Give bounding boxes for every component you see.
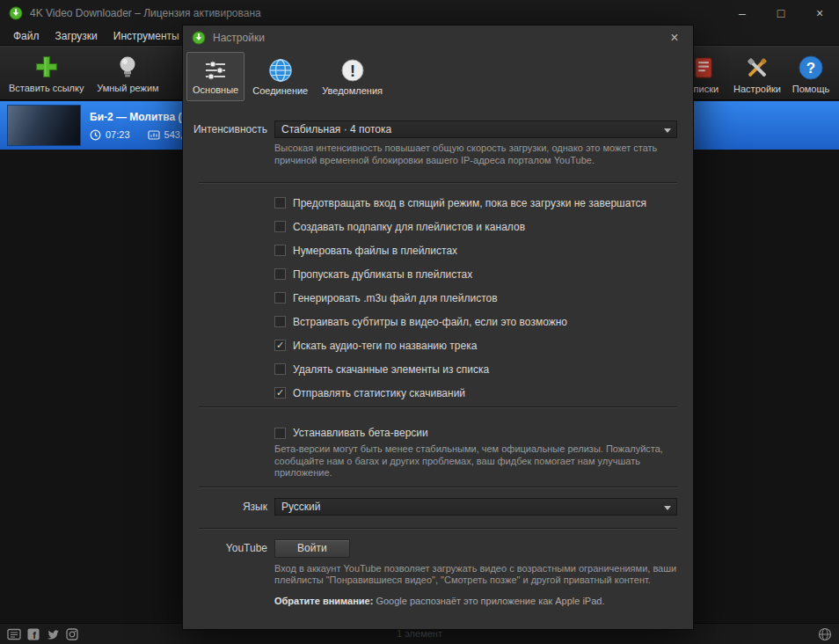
checkbox-beta[interactable]: Устанавливать бета-версии xyxy=(183,424,693,442)
checkbox-box[interactable] xyxy=(274,428,286,439)
twitter-icon[interactable] xyxy=(46,628,60,640)
intensity-label: Интенсивность xyxy=(183,123,267,135)
menu-file[interactable]: Файл xyxy=(5,28,47,44)
tab-general-label: Основные xyxy=(193,84,238,95)
chevron-down-icon xyxy=(664,506,671,510)
checkbox-label: Предотвращать вход в спящий режим, пока … xyxy=(293,197,646,209)
paste-link-icon xyxy=(33,54,60,80)
separator xyxy=(199,406,677,408)
smart-mode-label: Умный режим xyxy=(97,83,158,93)
lightbulb-icon xyxy=(115,54,140,80)
tab-general[interactable]: Основные xyxy=(186,52,244,101)
svg-text:!: ! xyxy=(350,62,355,79)
checkbox-label: Генерировать .m3u файл для плейлистов xyxy=(293,292,498,304)
size-icon xyxy=(148,129,160,141)
youtube-note: Обратите внимание: Google распознаёт это… xyxy=(274,596,677,606)
checkbox-label: Искать аудио-теги по названию трека xyxy=(293,340,477,352)
notification-icon: ! xyxy=(340,58,365,83)
separator xyxy=(199,487,677,488)
tab-connection-label: Соединение xyxy=(252,85,308,96)
checkbox-box[interactable] xyxy=(274,245,286,256)
language-label: Язык xyxy=(183,501,267,513)
checkbox-label: Создавать подпапку для плейлистов и кана… xyxy=(293,221,525,233)
maximize-button[interactable]: □ xyxy=(762,0,800,26)
checkbox-audio-tags[interactable]: ✓ Искать аудио-теги по названию трека xyxy=(183,333,693,357)
close-button[interactable]: × xyxy=(800,0,839,26)
checkbox-prevent-sleep[interactable]: Предотвращать вход в спящий режим, пока … xyxy=(183,191,693,215)
intensity-description: Высокая интенсивность повышает общую ско… xyxy=(274,143,677,166)
checkbox-box[interactable]: ✓ xyxy=(274,387,286,399)
checkbox-create-subfolder[interactable]: Создавать подпапку для плейлистов и кана… xyxy=(183,215,693,238)
paste-link-button[interactable]: Вставить ссылку xyxy=(4,49,89,97)
settings-content: Интенсивность Стабильная · 4 потока Высо… xyxy=(183,101,693,629)
svg-text:f: f xyxy=(33,630,36,640)
dialog-titlebar: Настройки × xyxy=(183,26,693,50)
globe-status-icon[interactable] xyxy=(818,627,832,644)
checkbox-label: Нумеровать файлы в плейлистах xyxy=(293,245,457,257)
checkbox-remove-downloaded[interactable]: Удалять скачанные элементы из списка xyxy=(183,357,693,381)
app-icon xyxy=(9,6,23,20)
paste-link-label: Вставить ссылку xyxy=(9,83,84,93)
help-button[interactable]: ? Помощь xyxy=(786,49,835,99)
intensity-row: Интенсивность Стабильная · 4 потока xyxy=(183,121,693,138)
youtube-login-button[interactable]: Войти xyxy=(274,539,350,558)
separator xyxy=(199,182,677,184)
checkbox-embed-subtitles[interactable]: Встраивать субтитры в видео-файл, если э… xyxy=(183,310,693,333)
checkbox-box[interactable] xyxy=(274,292,286,304)
social-links: f xyxy=(7,628,78,640)
tab-connection[interactable]: Соединение xyxy=(246,52,314,101)
checkbox-box[interactable] xyxy=(274,363,286,375)
tab-notifications-label: Уведомления xyxy=(322,85,383,96)
checkbox-label: Удалять скачанные элементы из списка xyxy=(293,363,489,376)
checkbox-number-files[interactable]: Нумеровать файлы в плейлистах xyxy=(183,238,693,262)
video-duration: 07:23 xyxy=(106,129,130,140)
checkbox-box[interactable] xyxy=(274,197,286,209)
minimize-button[interactable]: – xyxy=(723,0,762,26)
instagram-icon[interactable] xyxy=(66,628,78,640)
toolbar-right-group: списки Настройки ? Помощь xyxy=(679,49,835,99)
sliders-icon xyxy=(203,59,228,82)
checkbox-skip-duplicates[interactable]: Пропускать дубликаты в плейлистах xyxy=(183,262,693,286)
settings-dialog: Настройки × Основные Соединение ! Увед xyxy=(182,25,694,630)
note-strong: Обратите внимание: xyxy=(274,596,373,606)
checkbox-label: Отправлять статистику скачиваний xyxy=(293,387,465,399)
youtube-label: YouTube xyxy=(183,542,267,554)
checkbox-box[interactable]: ✓ xyxy=(274,340,286,351)
facebook-icon[interactable]: f xyxy=(27,628,40,640)
language-row: Язык Русский xyxy=(183,498,693,516)
titlebar: 4K Video Downloader – Лицензия активиров… xyxy=(0,0,839,26)
youtube-row: YouTube Войти xyxy=(183,539,693,558)
checkbox-generate-m3u[interactable]: Генерировать .m3u файл для плейлистов xyxy=(183,286,693,310)
blog-icon[interactable] xyxy=(7,628,21,640)
separator xyxy=(199,528,677,530)
lists-icon xyxy=(691,55,716,81)
checkbox-box[interactable] xyxy=(274,316,286,327)
checkbox-label: Пропускать дубликаты в плейлистах xyxy=(293,268,472,281)
intensity-dropdown[interactable]: Стабильная · 4 потока xyxy=(274,121,677,138)
help-label: Помощь xyxy=(792,84,830,94)
chevron-down-icon xyxy=(664,128,671,133)
checkbox-box[interactable] xyxy=(274,221,286,232)
tab-notifications[interactable]: ! Уведомления xyxy=(316,52,389,101)
window-title: 4K Video Downloader – Лицензия активиров… xyxy=(30,7,261,19)
dialog-app-icon xyxy=(192,31,206,45)
settings-button[interactable]: Настройки xyxy=(728,49,786,99)
checkbox-label: Встраивать субтитры в видео-файл, если э… xyxy=(293,316,567,328)
menu-downloads[interactable]: Загрузки xyxy=(47,28,106,44)
checkbox-send-stats[interactable]: ✓ Отправлять статистику скачиваний xyxy=(183,381,693,405)
menu-tools[interactable]: Инструменты xyxy=(106,28,187,44)
checkbox-box[interactable] xyxy=(274,268,286,280)
note-text: Google распознаёт это приложение как App… xyxy=(373,596,604,606)
video-thumbnail xyxy=(7,105,81,146)
smart-mode-button[interactable]: Умный режим xyxy=(89,49,166,97)
clock-icon xyxy=(90,129,101,141)
dialog-close-icon[interactable]: × xyxy=(665,30,684,46)
app-window: 4K Video Downloader – Лицензия активиров… xyxy=(0,0,839,644)
settings-label: Настройки xyxy=(733,84,781,94)
youtube-description: Вход в аккаунт YouTube позволяет загружа… xyxy=(274,563,677,587)
intensity-value: Стабильная · 4 потока xyxy=(281,123,391,135)
svg-text:?: ? xyxy=(806,60,815,77)
beta-description: Бета-версии могут быть менее стабильными… xyxy=(274,443,677,479)
help-icon: ? xyxy=(798,55,824,81)
language-dropdown[interactable]: Русский xyxy=(274,498,677,516)
